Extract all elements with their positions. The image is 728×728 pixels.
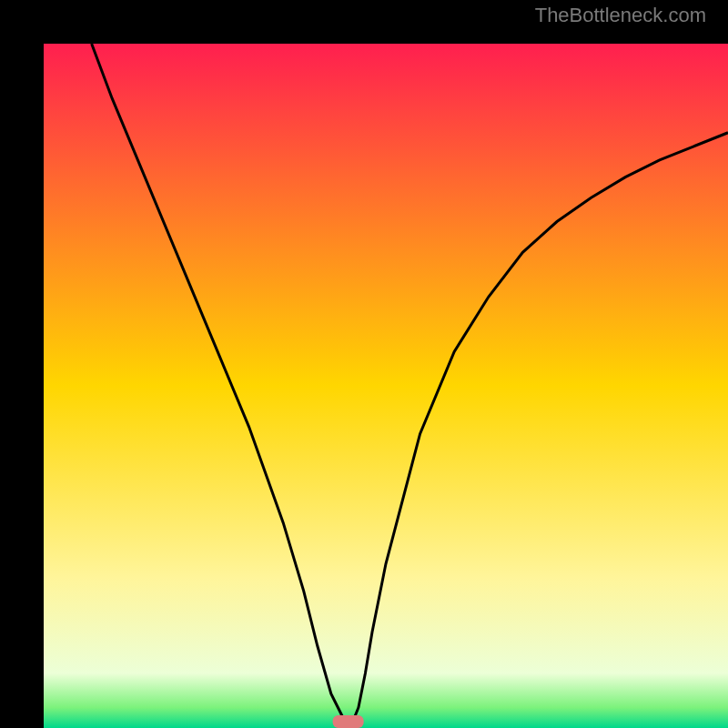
chart-svg (44, 44, 728, 728)
gradient-background (44, 44, 728, 728)
watermark-text: TheBottleneck.com (535, 4, 706, 27)
chart-frame (0, 0, 728, 728)
optimal-marker (333, 715, 364, 728)
plot-area (44, 44, 728, 728)
